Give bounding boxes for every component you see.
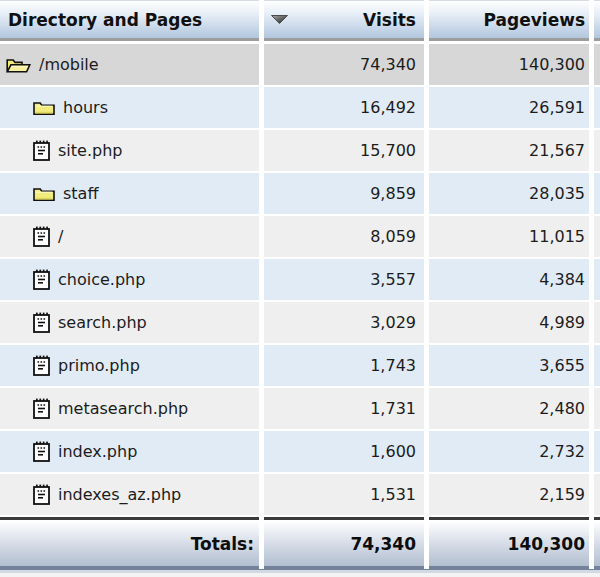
page-label[interactable]: choice.php: [58, 270, 145, 289]
table-row[interactable]: indexes_az.php1,5312,159: [0, 474, 600, 517]
visits-value: 1,531: [264, 474, 424, 515]
column-separator: [259, 0, 264, 569]
visits-value: 3,029: [264, 302, 424, 343]
column-header-visits[interactable]: Visits: [264, 1, 424, 38]
visits-value: 16,492: [264, 87, 424, 128]
page-icon: [33, 441, 50, 462]
table-row[interactable]: choice.php3,5574,384: [0, 259, 600, 302]
page-label[interactable]: staff: [63, 184, 98, 203]
page-label[interactable]: /mobile: [39, 55, 99, 74]
table-row[interactable]: search.php3,0294,989: [0, 302, 600, 345]
pageviews-value: 28,035: [424, 173, 592, 214]
page-icon: [33, 398, 50, 419]
pageviews-header-label: Pageviews: [484, 10, 585, 30]
page-label[interactable]: search.php: [58, 313, 147, 332]
pageviews-value: 21,567: [424, 130, 592, 171]
folder-open-icon: [6, 56, 31, 74]
column-header-pageviews[interactable]: Pageviews: [424, 1, 592, 38]
page-label[interactable]: primo.php: [58, 356, 140, 375]
pageviews-value: 2,159: [424, 474, 592, 515]
sort-descending-icon[interactable]: [271, 15, 288, 25]
pageviews-value: 2,480: [424, 388, 592, 429]
visits-value: 3,557: [264, 259, 424, 300]
folder-icon: [33, 185, 55, 202]
pageviews-value: 26,591: [424, 87, 592, 128]
page-label[interactable]: indexes_az.php: [58, 485, 181, 504]
visits-value: 74,340: [264, 44, 424, 85]
table-row[interactable]: /mobile74,340140,300: [0, 44, 600, 87]
visits-value: 9,859: [264, 173, 424, 214]
totals-label: Totals:: [0, 522, 264, 566]
table-body: /mobile74,340140,300hours16,49226,591sit…: [0, 44, 600, 517]
visits-value: 15,700: [264, 130, 424, 171]
table-row[interactable]: metasearch.php1,7312,480: [0, 388, 600, 431]
table-header: Directory and Pages Visits Pageviews: [0, 0, 600, 38]
visits-value: 1,731: [264, 388, 424, 429]
table-row[interactable]: site.php15,70021,567: [0, 130, 600, 173]
pageviews-value: 140,300: [424, 44, 592, 85]
pageviews-value: 4,989: [424, 302, 592, 343]
directory-header-label: Directory and Pages: [8, 10, 202, 30]
table-row[interactable]: staff9,85928,035: [0, 173, 600, 216]
totals-row: Totals: 74,340 140,300: [0, 522, 600, 566]
column-separator: [589, 0, 594, 569]
page-label[interactable]: index.php: [58, 442, 137, 461]
visits-header-label: Visits: [363, 10, 416, 30]
totals-pageviews-value: 140,300: [424, 522, 592, 566]
directory-report-table: Directory and Pages Visits Pageviews: [0, 0, 600, 577]
table-row[interactable]: primo.php1,7433,655: [0, 345, 600, 388]
pageviews-value: 11,015: [424, 216, 592, 257]
column-separator: [424, 0, 429, 569]
pageviews-value: 4,384: [424, 259, 592, 300]
table-row[interactable]: index.php1,6002,732: [0, 431, 600, 474]
page-label[interactable]: /: [58, 227, 63, 246]
visits-value: 1,743: [264, 345, 424, 386]
visits-value: 8,059: [264, 216, 424, 257]
pageviews-value: 3,655: [424, 345, 592, 386]
pageviews-value: 2,732: [424, 431, 592, 472]
page-label[interactable]: hours: [63, 98, 108, 117]
visits-value: 1,600: [264, 431, 424, 472]
page-icon: [33, 269, 50, 290]
page-label[interactable]: site.php: [58, 141, 122, 160]
folder-icon: [33, 99, 55, 116]
column-header-directory[interactable]: Directory and Pages: [0, 1, 264, 38]
page-icon: [33, 226, 50, 247]
table-row[interactable]: hours16,49226,591: [0, 87, 600, 130]
bottom-border-light: [0, 573, 600, 577]
page-icon: [33, 140, 50, 161]
page-icon: [33, 355, 50, 376]
table-row[interactable]: /8,05911,015: [0, 216, 600, 259]
page-label[interactable]: metasearch.php: [58, 399, 188, 418]
page-icon: [33, 312, 50, 333]
page-icon: [33, 484, 50, 505]
totals-visits-value: 74,340: [264, 522, 424, 566]
